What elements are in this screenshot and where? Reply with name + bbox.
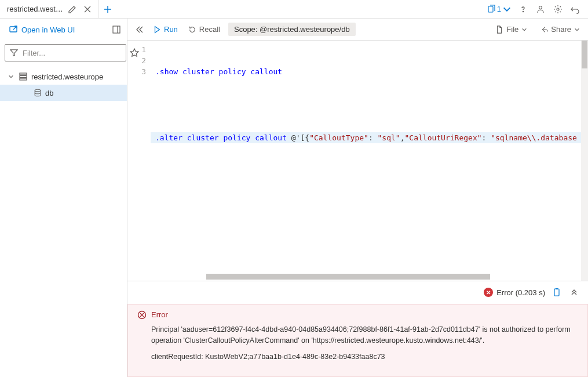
status-indicator: ✕ Error (0.203 s): [484, 288, 545, 297]
tab-title: restricted.westeur...: [7, 5, 63, 13]
scope-pill[interactable]: Scope: @restricted.westeurope/db: [228, 23, 356, 36]
svg-rect-7: [20, 76, 27, 78]
panel-toggle-icon[interactable]: [111, 24, 122, 35]
svg-rect-0: [488, 6, 493, 12]
tree-cluster-node[interactable]: restricted.westeurope: [0, 68, 127, 85]
svg-rect-8: [20, 78, 27, 80]
svg-rect-10: [554, 289, 559, 296]
error-circle-icon: [137, 310, 147, 320]
cluster-icon: [19, 72, 28, 81]
filter-icon: [10, 49, 18, 57]
tree-db-node[interactable]: db: [0, 85, 127, 101]
expand-panel-icon[interactable]: [568, 287, 580, 298]
filter-box[interactable]: [5, 44, 126, 61]
clipboard-icon[interactable]: [551, 287, 563, 298]
svg-rect-5: [113, 26, 120, 33]
code-editor[interactable]: 1 2 3 .show cluster policy callout .alte…: [127, 41, 588, 281]
results-bar: ✕ Error (0.203 s): [127, 281, 588, 304]
error-badge-icon: ✕: [484, 288, 493, 297]
help-icon[interactable]: [517, 3, 529, 15]
share-menu[interactable]: Share: [538, 24, 582, 35]
line-gutter: 1 2 3: [127, 41, 151, 281]
sidebar: Open in Web UI: [0, 19, 127, 377]
database-icon: [34, 89, 42, 97]
copy-count-button[interactable]: 1: [487, 3, 512, 15]
horizontal-scrollbar[interactable]: [174, 274, 575, 281]
svg-point-2: [539, 6, 542, 9]
code-area[interactable]: .show cluster policy callout .alter clus…: [151, 41, 581, 281]
svg-point-3: [557, 8, 559, 10]
svg-rect-6: [20, 73, 27, 75]
collapse-left-icon[interactable]: [133, 24, 145, 35]
feedback-icon[interactable]: [535, 3, 546, 15]
chevron-down-icon: [8, 74, 15, 79]
open-in-web-ui-label: Open in Web UI: [21, 26, 75, 34]
vertical-scrollbar[interactable]: [581, 41, 588, 281]
tab[interactable]: restricted.westeur...: [0, 0, 98, 18]
connection-tree: restricted.westeurope db: [0, 67, 127, 102]
run-button[interactable]: Run: [151, 24, 180, 35]
toolbar: Run Recall Scope: @restricted.westeurope…: [127, 19, 588, 41]
tab-bar: restricted.westeur... 1: [0, 0, 588, 19]
error-title: Error: [151, 310, 168, 319]
close-icon[interactable]: [82, 3, 93, 15]
cluster-label: restricted.westeurope: [31, 72, 103, 81]
settings-icon[interactable]: [552, 3, 564, 15]
tabbar-right: 1: [487, 3, 588, 15]
error-panel: Error Principal 'aaduser=612f3697-f4c4-4…: [127, 304, 588, 377]
add-tab-button[interactable]: [102, 3, 114, 15]
filter-input[interactable]: [21, 48, 121, 58]
svg-point-9: [35, 89, 41, 92]
file-menu[interactable]: File: [493, 24, 529, 35]
error-message: Principal 'aaduser=612f3697-f4c4-4dbd-a9…: [151, 324, 578, 346]
svg-point-1: [523, 11, 523, 12]
undo-icon[interactable]: [569, 3, 581, 15]
db-label: db: [45, 89, 53, 97]
client-request-id: clientRequestId: KustoWebV2;a77baa1b-d1e…: [151, 351, 578, 362]
recall-button[interactable]: Recall: [186, 24, 222, 35]
edit-icon[interactable]: [67, 3, 78, 15]
svg-rect-11: [556, 288, 558, 289]
open-in-web-ui-button[interactable]: Open in Web UI: [5, 22, 106, 37]
